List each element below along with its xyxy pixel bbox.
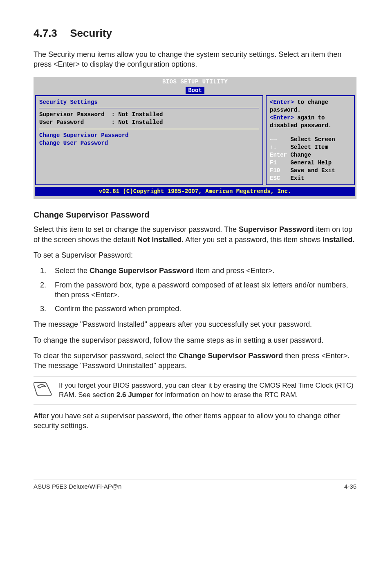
section-number: 4.7.3 [34, 26, 67, 40]
bios-usr-label: User Password [39, 119, 84, 126]
bios-nav-help: ←→ Select Screen ↑↓ Select Item Enter Ch… [270, 136, 351, 182]
bios-panel: BIOS SETUP UTILITY Boot Security Setting… [34, 77, 356, 199]
p1-b1: Supervisor Password [239, 225, 314, 233]
bios-main-pane: Security Settings Supervisor Password : … [35, 95, 263, 185]
bios-side-pane: <Enter> to change password. <Enter> agai… [266, 95, 355, 185]
bios-tab-boot: Boot [186, 87, 204, 94]
nav-select-item: Select Item [290, 144, 328, 150]
footer-right: 4-35 [344, 483, 356, 491]
page-footer: ASUS P5E3 Deluxe/WiFi-AP@n 4-35 [34, 480, 356, 491]
bios-main-heading: Security Settings [39, 99, 259, 106]
nav-exit: Exit [290, 175, 304, 182]
section-heading: 4.7.3 Security [34, 26, 356, 40]
bios-screenshot: BIOS SETUP UTILITY Boot Security Setting… [34, 77, 356, 199]
bios-divider [39, 108, 259, 108]
p1-b3: Installed [323, 236, 352, 244]
s1-t2: item and press <Enter>. [194, 267, 274, 275]
nav-key-esc: ESC [270, 175, 280, 182]
lead-paragraph: The Security menu items allow you to cha… [34, 49, 356, 70]
paragraph-1: Select this item to set or change the su… [34, 224, 356, 245]
bios-help-enter-2: <Enter> [270, 114, 294, 121]
paragraph-2: To set a Supervisor Password: [34, 250, 356, 260]
note-text: If you forget your BIOS password, you ca… [59, 381, 356, 400]
nav-select-screen: Select Screen [290, 136, 335, 143]
arrows-ud-icon: ↑↓ [270, 144, 277, 150]
paragraph-3: The message "Password Installed" appears… [34, 319, 356, 329]
nav-key-f1: F1 [270, 159, 277, 166]
bios-help-t1: to change [294, 99, 328, 105]
bios-divider [39, 129, 259, 129]
bios-copyright-footer: v02.61 (C)Copyright 1985-2007, American … [35, 187, 355, 196]
bios-help-text: <Enter> to change password. <Enter> agai… [270, 99, 351, 130]
bios-usr-value: : Not Installed [111, 119, 163, 126]
s1-b: Change Supervisor Password [90, 267, 194, 275]
bios-sup-value: : Not Installed [111, 111, 163, 118]
note-block: If you forget your BIOS password, you ca… [34, 377, 356, 404]
p1-t1: Select this item to set or change the su… [34, 225, 239, 233]
nav-key-f10: F10 [270, 167, 280, 174]
bios-help-t4: disabled password. [270, 122, 351, 130]
p1-t3: . After you set a password, this item sh… [182, 236, 323, 244]
nav-change: Change [290, 152, 311, 158]
paragraph-4: To change the supervisor password, follo… [34, 335, 356, 345]
bios-sup-label: Supervisor Password [39, 111, 105, 118]
bios-help-enter-1: <Enter> [270, 99, 294, 105]
bios-help-t3: again to [294, 114, 325, 121]
nav-save-exit: Save and Exit [290, 167, 335, 174]
subheading-change-supervisor: Change Supervisor Password [34, 209, 356, 220]
step-3: Confirm the password when prompted. [48, 304, 356, 314]
p5-b: Change Supervisor Password [179, 352, 283, 360]
bios-help-t2: password. [270, 106, 351, 114]
bios-option-change-supervisor: Change Supervisor Password [39, 132, 259, 139]
p1-b2: Not Installed [137, 236, 182, 244]
nav-general-help: General Help [290, 159, 332, 166]
step-1: Select the Change Supervisor Password it… [48, 266, 356, 276]
arrows-lr-icon: ←→ [270, 136, 277, 143]
step-2: From the password box, type a password c… [48, 280, 356, 300]
note-icon [34, 381, 52, 397]
steps-list: Select the Change Supervisor Password it… [34, 266, 356, 314]
s1-t1: Select the [55, 267, 90, 275]
bios-title: BIOS SETUP UTILITY [34, 77, 356, 87]
bios-user-row: User Password : Not Installed [39, 119, 259, 126]
bios-supervisor-row: Supervisor Password : Not Installed [39, 111, 259, 119]
nav-key-enter: Enter [270, 152, 287, 158]
note-b: 2.6 Jumper [117, 391, 153, 399]
footer-left: ASUS P5E3 Deluxe/WiFi-AP@n [34, 483, 121, 491]
p5-t1: To clear the supervisor password, select… [34, 352, 179, 360]
p1-t4: . [352, 236, 354, 244]
paragraph-6: After you have set a supervisor password… [34, 411, 356, 431]
bios-tabs: Boot [34, 87, 356, 96]
note-t2: for information on how to erase the RTC … [153, 391, 298, 399]
paragraph-5: To clear the supervisor password, select… [34, 351, 356, 371]
section-title: Security [70, 27, 112, 39]
bios-option-change-user: Change User Password [39, 139, 259, 147]
